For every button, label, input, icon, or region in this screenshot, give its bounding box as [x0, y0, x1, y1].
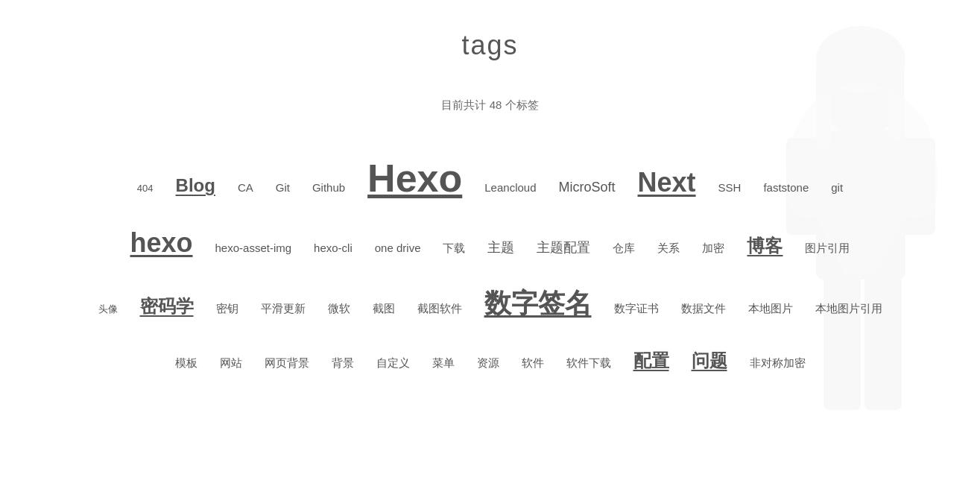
tag-Git[interactable]: Git	[276, 181, 290, 194]
tag-背景[interactable]: 背景	[332, 356, 354, 370]
tag-仓库[interactable]: 仓库	[613, 242, 635, 256]
tag-网站[interactable]: 网站	[220, 356, 242, 370]
tag-资源[interactable]: 资源	[477, 356, 499, 370]
tag-hexo-asset-img[interactable]: hexo-asset-img	[215, 242, 292, 254]
tag-自定义[interactable]: 自定义	[376, 356, 410, 370]
tags-row-row1: 404BlogCAGitGithubHexoLeancloudMicroSoft…	[88, 142, 893, 214]
tag-主题[interactable]: 主题	[487, 239, 514, 256]
tag-one-drive[interactable]: one drive	[375, 242, 421, 254]
tag-头像[interactable]: 头像	[98, 303, 118, 316]
page-title: tags	[461, 30, 518, 61]
tag-非对称加密[interactable]: 非对称加密	[750, 356, 806, 370]
tag-软件下载[interactable]: 软件下载	[566, 356, 611, 370]
tag-本地图片引用[interactable]: 本地图片引用	[815, 302, 882, 316]
tag-微软[interactable]: 微软	[328, 302, 350, 316]
tags-container: 404BlogCAGitGithubHexoLeancloudMicroSoft…	[43, 142, 938, 386]
tag-模板[interactable]: 模板	[175, 356, 197, 370]
tag-网页背景[interactable]: 网页背景	[265, 356, 309, 370]
tag-Next[interactable]: Next	[638, 167, 696, 198]
tags-row-row4: 模板网站网页背景背景自定义菜单资源软件软件下载配置问题非对称加密	[88, 335, 893, 386]
tag-count-label: 目前共计 48 个标签	[441, 98, 538, 113]
tag-hexo-cli[interactable]: hexo-cli	[314, 242, 353, 254]
tag-404[interactable]: 404	[137, 183, 154, 194]
tag-Leancloud[interactable]: Leancloud	[484, 181, 536, 194]
tags-row-row3: 头像密码学密钥平滑更新微软截图截图软件数字签名数字证书数据文件本地图片本地图片引…	[88, 272, 893, 335]
tag-数字签名[interactable]: 数字签名	[484, 286, 592, 322]
tag-主题配置[interactable]: 主题配置	[537, 239, 590, 256]
tag-加密[interactable]: 加密	[702, 242, 724, 256]
tag-软件[interactable]: 软件	[522, 356, 544, 370]
tag-数据文件[interactable]: 数据文件	[681, 302, 726, 316]
tag-博客[interactable]: 博客	[747, 234, 783, 258]
tag-MicroSoft[interactable]: MicroSoft	[559, 180, 616, 195]
tags-row-row2: hexohexo-asset-imghexo-clione drive下载主题主…	[88, 214, 893, 272]
tag-截图[interactable]: 截图	[373, 302, 395, 316]
tag-Hexo[interactable]: Hexo	[367, 156, 462, 201]
tag-平滑更新[interactable]: 平滑更新	[261, 302, 306, 316]
tag-密钥[interactable]: 密钥	[216, 302, 238, 316]
tag-数字证书[interactable]: 数字证书	[614, 302, 659, 316]
tag-图片引用[interactable]: 图片引用	[805, 242, 850, 256]
tag-密码学[interactable]: 密码学	[140, 294, 194, 318]
tag-SSH[interactable]: SSH	[718, 181, 742, 194]
tag-hexo[interactable]: hexo	[130, 227, 193, 259]
tag-菜单[interactable]: 菜单	[432, 356, 455, 370]
tag-本地图片[interactable]: 本地图片	[748, 302, 793, 316]
tag-下载[interactable]: 下载	[443, 242, 465, 256]
tag-faststone[interactable]: faststone	[763, 181, 809, 194]
tag-git[interactable]: git	[831, 181, 843, 194]
tag-关系[interactable]: 关系	[657, 242, 680, 256]
tag-截图软件[interactable]: 截图软件	[417, 302, 462, 316]
tag-Blog[interactable]: Blog	[176, 175, 215, 196]
tag-配置[interactable]: 配置	[633, 349, 669, 373]
tag-Github[interactable]: Github	[312, 181, 345, 194]
tag-问题[interactable]: 问题	[692, 349, 727, 373]
tag-CA[interactable]: CA	[238, 181, 253, 194]
